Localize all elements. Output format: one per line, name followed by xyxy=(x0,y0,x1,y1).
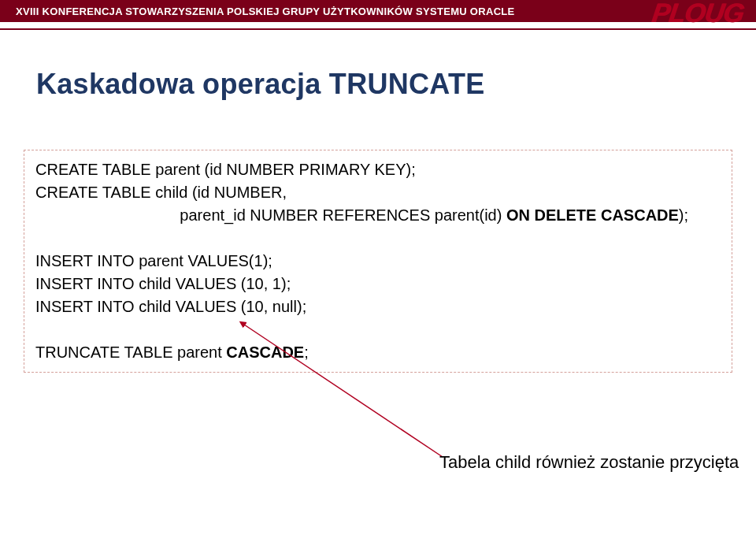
ploug-logo: PLOUG xyxy=(652,0,743,28)
annotation-text: Tabela child również zostanie przycięta xyxy=(439,452,739,473)
header-divider xyxy=(0,28,756,30)
code-text: INSERT INTO child VALUES (10, null); xyxy=(35,298,306,315)
code-text: CREATE TABLE child (id NUMBER, xyxy=(35,184,287,201)
code-text: parent_id NUMBER REFERENCES parent(id) xyxy=(35,206,506,224)
code-bold: ON DELETE CASCADE xyxy=(506,206,679,224)
header-stripe: XVIII KONFERENCJA STOWARZYSZENIA POLSKIE… xyxy=(0,0,756,22)
code-text: INSERT INTO parent VALUES(1); xyxy=(35,252,272,269)
code-line: INSERT INTO child VALUES (10, 1); xyxy=(35,273,721,295)
code-text: CREATE TABLE parent (id NUMBER PRIMARY K… xyxy=(35,161,416,178)
conference-title: XVIII KONFERENCJA STOWARZYSZENIA POLSKIE… xyxy=(16,6,515,17)
code-text xyxy=(35,321,40,338)
code-text xyxy=(35,229,40,247)
header-bar: XVIII KONFERENCJA STOWARZYSZENIA POLSKIE… xyxy=(0,0,756,38)
code-text: INSERT INTO child VALUES (10, 1); xyxy=(35,275,291,292)
code-line: TRUNCATE TABLE parent CASCADE; xyxy=(35,341,721,364)
code-gap xyxy=(35,318,721,341)
code-text: ); xyxy=(679,206,688,224)
code-line: CREATE TABLE parent (id NUMBER PRIMARY K… xyxy=(35,158,721,181)
code-text: ; xyxy=(304,343,309,361)
sql-code-box: CREATE TABLE parent (id NUMBER PRIMARY K… xyxy=(24,150,732,373)
code-text: TRUNCATE TABLE parent xyxy=(35,343,226,361)
code-gap xyxy=(35,227,721,250)
code-line: parent_id NUMBER REFERENCES parent(id) O… xyxy=(35,204,721,227)
code-line: CREATE TABLE child (id NUMBER, xyxy=(35,181,721,204)
slide-title: Kaskadowa operacja TRUNCATE xyxy=(36,68,756,101)
logo-text: PLOUG xyxy=(650,0,745,28)
code-line: INSERT INTO parent VALUES(1); xyxy=(35,250,721,273)
code-bold: CASCADE xyxy=(226,343,304,361)
code-line: INSERT INTO child VALUES (10, null); xyxy=(35,295,721,318)
